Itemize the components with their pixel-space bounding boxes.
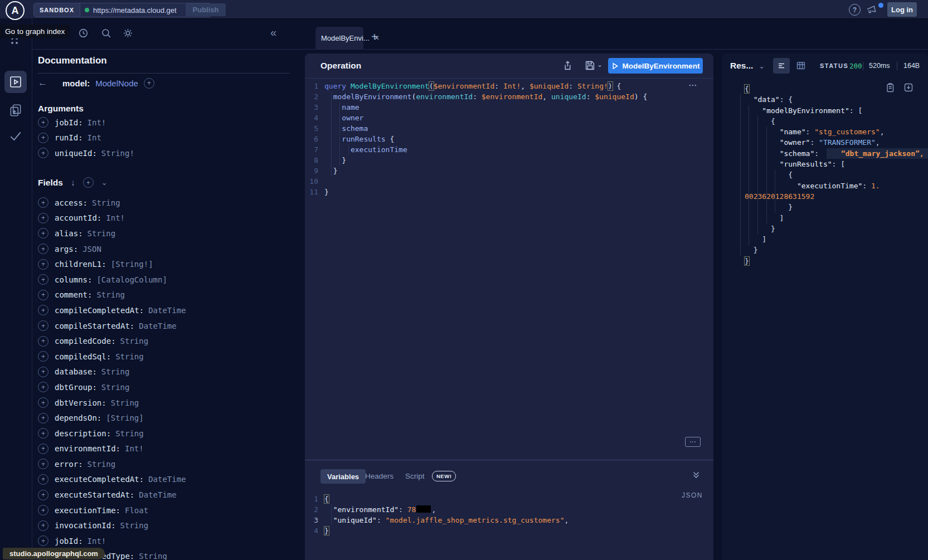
field-type[interactable]: DateTime xyxy=(148,306,186,315)
field-type[interactable]: String xyxy=(115,352,144,361)
tab-variables[interactable]: Variables xyxy=(320,469,366,484)
add-field-to-query-icon[interactable] xyxy=(38,117,48,128)
field-type[interactable]: [String] xyxy=(106,413,143,422)
field-type[interactable]: String xyxy=(120,337,149,345)
field-name[interactable]: error: xyxy=(55,460,83,469)
add-field-to-query-icon[interactable] xyxy=(38,351,48,362)
field-name[interactable]: args: xyxy=(55,245,78,254)
operation-tab[interactable]: ModelByEnvi... ✕ xyxy=(315,27,363,49)
field-name[interactable]: childrenL1: xyxy=(55,260,106,269)
field-name[interactable]: compiledCode: xyxy=(55,337,116,345)
field-name[interactable]: database: xyxy=(55,367,97,376)
add-field-to-query-icon[interactable] xyxy=(38,133,48,143)
announcements-megaphone-icon[interactable] xyxy=(866,4,878,15)
field-name[interactable]: columns: xyxy=(55,275,92,284)
field-type[interactable]: Int xyxy=(88,133,101,142)
schema-docs-nav-icon[interactable] xyxy=(8,103,23,118)
field-type[interactable]: String xyxy=(111,398,139,407)
login-button[interactable]: Log in xyxy=(887,2,917,17)
response-raw-view-button[interactable] xyxy=(773,58,790,74)
publish-button[interactable]: Publish xyxy=(186,3,226,16)
field-name[interactable]: accountId: xyxy=(55,213,101,222)
apollo-logo[interactable]: A xyxy=(6,1,25,20)
collapse-variables-icon[interactable] xyxy=(692,470,701,479)
add-field-to-query-icon[interactable] xyxy=(38,382,48,392)
settings-gear-icon[interactable] xyxy=(123,28,133,38)
add-field-to-query-icon[interactable] xyxy=(38,490,48,500)
add-field-to-query-icon[interactable] xyxy=(38,244,48,254)
field-name[interactable]: compileCompletedAt: xyxy=(55,306,144,315)
field-name[interactable]: dbtVersion: xyxy=(55,398,106,407)
field-name[interactable]: dependsOn: xyxy=(55,413,101,422)
field-name[interactable]: runId: xyxy=(55,133,83,142)
field-name[interactable]: executeStartedAt: xyxy=(55,490,134,499)
field-name[interactable]: invocationId: xyxy=(55,521,116,530)
add-field-to-query-icon[interactable] xyxy=(38,413,48,423)
history-icon[interactable] xyxy=(78,28,89,38)
add-field-to-query-icon[interactable] xyxy=(38,367,48,377)
field-name[interactable]: compileStartedAt: xyxy=(55,322,134,330)
field-type[interactable]: Float xyxy=(125,506,148,515)
field-name[interactable]: jobId: xyxy=(55,118,83,127)
add-field-to-query-icon[interactable] xyxy=(38,197,48,208)
field-type[interactable]: Int! xyxy=(106,213,125,222)
save-options-chevron-icon[interactable]: ⌄ xyxy=(597,61,603,69)
sort-fields-icon[interactable]: ↓ xyxy=(71,178,75,188)
field-name[interactable]: dbtGroup: xyxy=(55,383,97,392)
add-all-fields-icon[interactable] xyxy=(83,177,94,188)
add-field-to-query-icon[interactable] xyxy=(38,320,48,331)
field-type[interactable]: JSON xyxy=(82,245,101,254)
explorer-nav-button[interactable] xyxy=(4,71,27,93)
breadcrumb-type-link[interactable]: ModelNode xyxy=(95,79,138,88)
add-field-to-query-icon[interactable] xyxy=(38,520,48,531)
field-type[interactable]: String xyxy=(115,429,144,438)
field-name[interactable]: executeCompletedAt: xyxy=(55,475,144,484)
field-type[interactable]: [String!] xyxy=(111,260,153,269)
help-icon[interactable]: ? xyxy=(849,4,861,16)
response-json-viewer[interactable]: { "data": { "modelByEnvironment": [ { "n… xyxy=(738,84,928,266)
back-arrow-icon[interactable]: ← xyxy=(38,77,47,89)
editor-overflow-menu-icon[interactable]: ⋯ xyxy=(688,80,698,90)
field-type[interactable]: Int! xyxy=(88,537,106,546)
response-options-chevron-icon[interactable]: ⌄ xyxy=(759,62,765,70)
field-type[interactable]: DateTime xyxy=(139,322,176,330)
field-type[interactable]: Int! xyxy=(88,118,106,127)
new-tab-icon[interactable]: + xyxy=(371,31,378,43)
save-operation-icon[interactable] xyxy=(585,60,595,71)
field-name[interactable]: uniqueId: xyxy=(55,149,97,158)
add-field-to-query-icon[interactable] xyxy=(38,336,48,347)
field-type[interactable]: String xyxy=(96,290,125,299)
field-name[interactable]: description: xyxy=(55,429,111,438)
checks-nav-icon[interactable] xyxy=(8,129,23,143)
add-field-to-query-icon[interactable] xyxy=(38,213,48,223)
field-type[interactable]: String xyxy=(92,198,120,207)
field-name[interactable]: access: xyxy=(55,198,88,207)
field-name[interactable]: compiledSql: xyxy=(55,352,111,361)
add-field-to-query-icon[interactable] xyxy=(38,259,48,270)
variables-editor[interactable]: 1{2 "environmentId": 78,3 "uniqueId": "m… xyxy=(307,494,569,536)
field-name[interactable]: executionTime: xyxy=(55,506,120,515)
add-field-to-query-icon[interactable] xyxy=(38,444,48,454)
field-name[interactable]: jobId: xyxy=(55,537,83,546)
field-name[interactable]: environmentId: xyxy=(55,444,120,453)
field-type[interactable]: String xyxy=(101,367,130,376)
add-field-to-query-icon[interactable] xyxy=(38,428,48,439)
field-type[interactable]: String xyxy=(101,383,130,392)
response-table-view-icon[interactable] xyxy=(796,61,806,71)
field-type[interactable]: Int! xyxy=(125,444,144,453)
field-type[interactable]: String! xyxy=(101,149,134,158)
add-field-to-query-icon[interactable] xyxy=(38,305,48,315)
add-type-icon[interactable] xyxy=(144,78,154,89)
add-field-to-query-icon[interactable] xyxy=(38,148,48,158)
search-icon[interactable] xyxy=(101,28,111,38)
add-field-to-query-icon[interactable] xyxy=(38,274,48,285)
tab-script[interactable]: Script xyxy=(405,472,425,480)
add-field-to-query-icon[interactable] xyxy=(38,535,48,546)
add-field-to-query-icon[interactable] xyxy=(38,474,48,485)
field-type[interactable]: String xyxy=(88,229,116,238)
tab-headers[interactable]: Headers xyxy=(365,472,393,480)
field-type[interactable]: String xyxy=(88,460,116,469)
field-name[interactable]: comment: xyxy=(55,290,92,299)
collapse-sidebar-icon[interactable]: « xyxy=(270,26,276,39)
field-type[interactable]: String xyxy=(139,552,167,560)
